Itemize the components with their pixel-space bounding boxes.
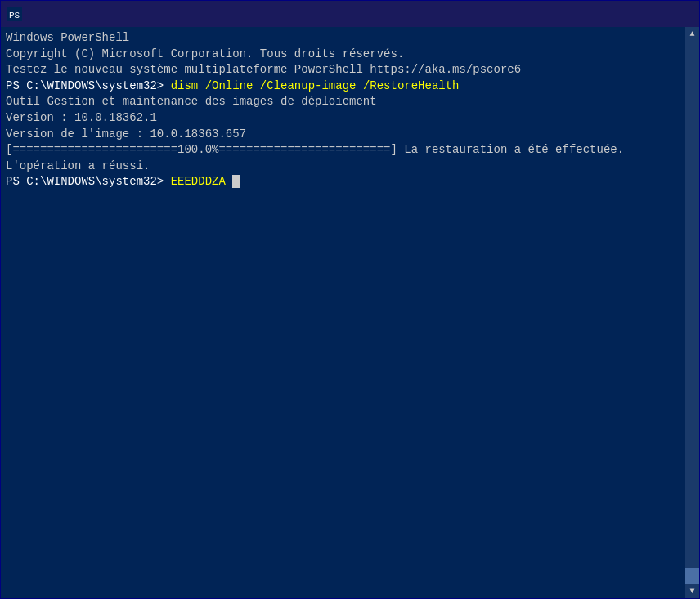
terminal-line: [========================100.0%=========…	[6, 142, 694, 159]
terminal-line: Testez le nouveau système multiplateform…	[6, 62, 694, 78]
terminal-line: Version de l'image : 10.0.18363.657	[6, 127, 694, 143]
terminal-line: Outil Gestion et maintenance des images …	[6, 94, 694, 110]
terminal-output: Windows PowerShellCopyright (C) Microsof…	[6, 30, 694, 190]
powershell-window: PS Windows PowerShellCopyright (C) Micro…	[0, 0, 700, 599]
scroll-up-button[interactable]: ▲	[685, 27, 699, 41]
close-button[interactable]	[655, 1, 693, 27]
title-bar: PS	[1, 1, 699, 27]
window-controls	[577, 1, 693, 27]
terminal-line: Copyright (C) Microsoft Corporation. Tou…	[6, 47, 694, 63]
svg-text:PS: PS	[9, 11, 20, 20]
terminal-body[interactable]: Windows PowerShellCopyright (C) Microsof…	[1, 27, 699, 598]
scrollbar-track[interactable]	[685, 41, 699, 584]
scrollbar[interactable]: ▲ ▼	[685, 27, 699, 598]
terminal-line: Version : 10.0.18362.1	[6, 110, 694, 127]
scroll-down-button[interactable]: ▼	[685, 584, 699, 598]
terminal-line: L'opération a réussi.	[6, 159, 694, 175]
scrollbar-thumb[interactable]	[685, 568, 699, 584]
maximize-button[interactable]	[616, 1, 653, 27]
terminal-line: PS C:\WINDOWS\system32> EEEDDDZA	[6, 174, 694, 190]
terminal-line: Windows PowerShell	[6, 30, 694, 47]
terminal-line: PS C:\WINDOWS\system32> dism /Online /Cl…	[6, 78, 694, 95]
cursor	[232, 175, 240, 188]
window-icon: PS	[7, 7, 22, 21]
minimize-button[interactable]	[577, 1, 614, 27]
